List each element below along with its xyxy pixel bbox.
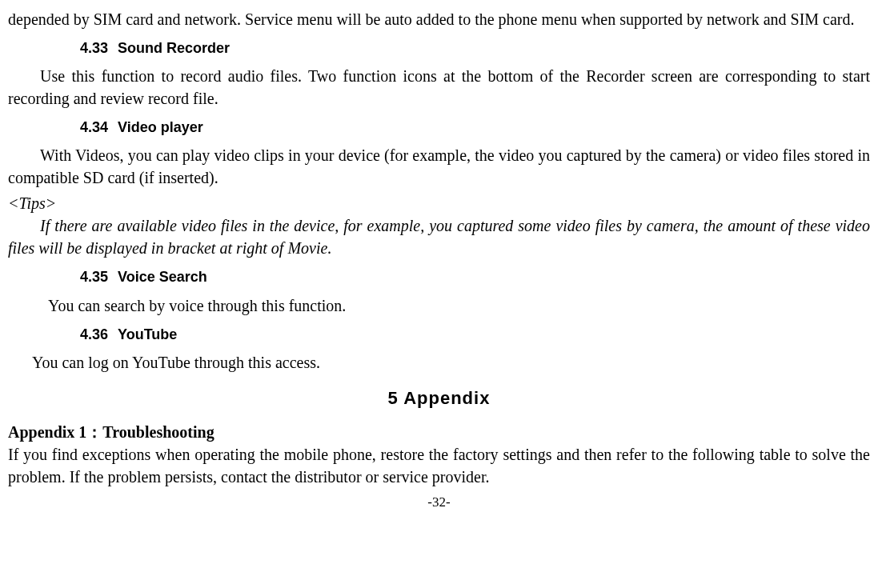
chapter-heading: 5 Appendix — [8, 386, 870, 411]
section-body-436: You can log on YouTube through this acce… — [8, 351, 870, 374]
appendix1: Appendix 1：Troubleshooting If you find e… — [8, 421, 870, 488]
chapter-number: 5 — [388, 388, 399, 408]
tips-body: If there are available video files in th… — [8, 214, 870, 259]
section-title: Sound Recorder — [118, 40, 230, 56]
section-title: YouTube — [118, 326, 177, 342]
appendix1-body: If you find exceptions when operating th… — [8, 443, 870, 488]
tips-label: <Tips> — [8, 192, 870, 214]
chapter-title: Appendix — [403, 388, 490, 408]
section-body-433: Use this function to record audio files.… — [8, 65, 870, 110]
section-body-435: You can search by voice through this fun… — [8, 294, 870, 317]
intro-paragraph: depended by SIM card and network. Servic… — [8, 8, 870, 30]
section-number: 4.34 — [80, 118, 108, 138]
section-title: Video player — [118, 119, 203, 135]
section-heading-433: 4.33Sound Recorder — [80, 38, 870, 58]
page-number: -32- — [8, 493, 870, 512]
section-heading-436: 4.36YouTube — [80, 325, 870, 345]
section-number: 4.33 — [80, 38, 108, 58]
section-heading-435: 4.35Voice Search — [80, 267, 870, 287]
section-heading-434: 4.34Video player — [80, 118, 870, 138]
appendix1-title: Appendix 1：Troubleshooting — [8, 421, 870, 443]
section-body-434: With Videos, you can play video clips in… — [8, 144, 870, 189]
section-number: 4.35 — [80, 267, 108, 287]
section-number: 4.36 — [80, 325, 108, 345]
section-title: Voice Search — [118, 269, 207, 285]
